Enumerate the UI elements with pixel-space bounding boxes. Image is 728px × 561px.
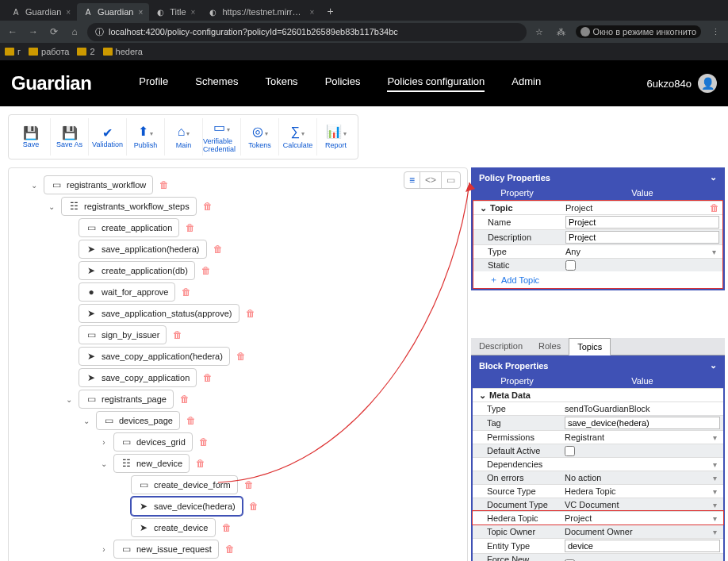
tree-block[interactable]: ☷registrants_workflow_steps (61, 197, 197, 216)
back-icon[interactable]: ← (5, 26, 21, 37)
tree-block[interactable]: ➤save_application(hedera) (79, 240, 207, 259)
nav-item[interactable]: Policies configuration (387, 75, 485, 92)
toolbar-button[interactable]: ✔Validation (88, 118, 126, 156)
tree-block[interactable]: ➤save_application_status(approve) (79, 304, 239, 323)
tree-block[interactable]: ➤save_device(hedera) (131, 497, 243, 516)
chevron-down-icon[interactable]: ▾ (709, 248, 719, 256)
browser-tab[interactable]: ◐https://testnet.mirromode.hede× (201, 3, 320, 21)
bookmark-item[interactable]: hedera (103, 47, 143, 56)
delete-icon[interactable]: 🗑 (199, 436, 209, 448)
close-icon[interactable]: × (310, 8, 315, 17)
browser-tab[interactable]: AGuardian× (77, 3, 149, 21)
delete-icon[interactable]: 🗑 (236, 351, 246, 362)
meta-section[interactable]: ⌄Meta Data (476, 390, 565, 401)
menu-icon[interactable]: ⋮ (707, 27, 723, 37)
toolbar-button[interactable]: 💾Save As (50, 118, 88, 156)
chevron-down-icon[interactable]: ▾ (710, 474, 720, 482)
tree-block[interactable]: ▭create_device_form (131, 475, 238, 494)
property-input[interactable] (565, 231, 719, 244)
delete-icon[interactable]: 🗑 (196, 458, 205, 469)
delete-icon[interactable]: 🗑 (186, 415, 196, 426)
delete-icon[interactable]: 🗑 (222, 522, 232, 533)
caret-icon[interactable]: ⌄ (29, 181, 39, 190)
property-checkbox[interactable] (565, 446, 575, 456)
caret-icon[interactable]: › (99, 545, 109, 554)
tree-block[interactable]: ▭create_application (79, 218, 179, 237)
delete-topic-icon[interactable]: 🗑 (710, 202, 719, 213)
block-tab[interactable]: Topics (569, 338, 611, 355)
chevron-down-icon[interactable]: ▾ (710, 460, 720, 469)
star-icon[interactable]: ☆ (531, 27, 547, 37)
caret-icon[interactable]: ⌄ (64, 395, 74, 404)
property-input[interactable] (565, 540, 720, 552)
forward-icon[interactable]: → (25, 26, 41, 37)
block-tab[interactable]: Roles (531, 338, 569, 355)
collapse-icon[interactable]: ⌄ (710, 172, 717, 183)
nav-item[interactable]: Tokens (265, 75, 297, 92)
property-input[interactable] (565, 216, 719, 229)
reload-icon[interactable]: ⟳ (46, 26, 62, 37)
bookmark-item[interactable]: 2 (77, 47, 94, 56)
address-bar[interactable]: ⓘ localhost:4200/policy-configuration?po… (87, 23, 527, 41)
topic-section[interactable]: ⌄Topic (477, 203, 565, 213)
tree-view-code-icon[interactable]: <> (420, 172, 441, 188)
browser-tab[interactable]: ◐Title× (149, 3, 201, 21)
toolbar-button[interactable]: 📊▾Report (316, 118, 354, 156)
delete-icon[interactable]: 🗑 (246, 308, 255, 319)
property-input[interactable] (565, 417, 720, 429)
caret-icon[interactable]: ⌄ (47, 202, 56, 211)
block-tab[interactable]: Description (471, 338, 531, 355)
tree-block[interactable]: ▭devices_grid (113, 432, 193, 451)
delete-icon[interactable]: 🗑 (180, 394, 190, 405)
caret-icon[interactable]: ⌄ (82, 417, 91, 425)
delete-icon[interactable]: 🗑 (201, 265, 211, 276)
toolbar-button[interactable]: ⬆▾Publish (126, 118, 164, 156)
nav-item[interactable]: Policies (325, 75, 361, 92)
tree-block[interactable]: ▭new_issue_request (113, 540, 219, 559)
chevron-down-icon[interactable]: ▾ (710, 487, 720, 496)
delete-icon[interactable]: 🗑 (203, 201, 213, 212)
nav-item[interactable]: Profile (139, 75, 168, 92)
avatar[interactable]: 👤 (698, 74, 717, 93)
bookmark-item[interactable]: работа (29, 47, 69, 56)
puzzle-icon[interactable]: ⁂ (554, 27, 569, 37)
chevron-down-icon[interactable]: ▾ (710, 501, 720, 509)
toolbar-button[interactable]: ◎▾Tokens (240, 118, 278, 156)
bookmark-item[interactable]: г (5, 47, 21, 56)
delete-icon[interactable]: 🗑 (182, 286, 191, 298)
tree-block[interactable]: ▭sign_by_issuer (79, 325, 167, 344)
tree-block[interactable]: ▭registrants_workflow (44, 175, 153, 194)
tree-block[interactable]: ➤create_device (131, 518, 216, 537)
nav-item[interactable]: Schemes (195, 75, 238, 92)
property-checkbox[interactable] (565, 260, 576, 271)
delete-icon[interactable]: 🗑 (159, 179, 169, 190)
chevron-down-icon[interactable]: ▾ (710, 514, 720, 523)
delete-icon[interactable]: 🗑 (186, 222, 195, 233)
tree-view-tree-icon[interactable]: ≡ (404, 172, 420, 188)
delete-icon[interactable]: 🗑 (244, 479, 254, 490)
tree-block[interactable]: ●wait_for_approve (79, 282, 175, 302)
toolbar-button[interactable]: ⌂▾Main (164, 118, 202, 156)
collapse-icon[interactable]: ⌄ (710, 360, 717, 371)
toolbar-button[interactable]: ∑▾Calculate (278, 118, 316, 156)
toolbar-button[interactable]: 💾Save (12, 118, 50, 156)
delete-icon[interactable]: 🗑 (173, 329, 182, 340)
toolbar-button[interactable]: ▭▾Verifiable Credential (202, 118, 240, 156)
close-icon[interactable]: × (138, 8, 143, 17)
tree-block[interactable]: ☷new_device (113, 454, 190, 473)
nav-item[interactable]: Admin (512, 75, 541, 92)
tree-block[interactable]: ▭registrants_page (79, 390, 174, 409)
tree-view-block-icon[interactable]: ▭ (441, 172, 460, 188)
home-icon[interactable]: ⌂ (67, 26, 82, 37)
tree-block[interactable]: ➤save_copy_application (79, 368, 197, 387)
close-icon[interactable]: × (66, 8, 71, 17)
delete-icon[interactable]: 🗑 (225, 544, 235, 555)
tree-block[interactable]: ➤create_application(db) (79, 261, 195, 280)
new-tab-button[interactable]: + (320, 2, 339, 21)
caret-icon[interactable]: › (99, 438, 109, 447)
add-topic-link[interactable]: ＋ Add Topic (473, 271, 722, 288)
chevron-down-icon[interactable]: ▾ (710, 433, 720, 442)
tree-block[interactable]: ▭devices_page (96, 411, 180, 430)
browser-tab[interactable]: AGuardian× (5, 3, 77, 21)
delete-icon[interactable]: 🗑 (203, 372, 213, 383)
